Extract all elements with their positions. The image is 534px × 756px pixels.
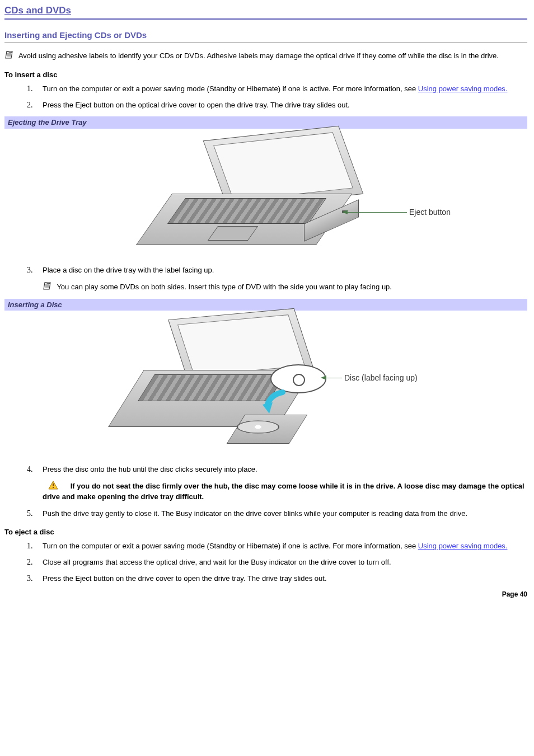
- eject-steps: Turn on the computer or exit a power sav…: [4, 541, 527, 584]
- figure2-illustration: Disc (label facing up): [109, 314, 423, 454]
- insert-step-5-text: Push the drive tray gently to close it. …: [43, 509, 467, 518]
- eject-step-1: Turn on the computer or exit a power sav…: [35, 541, 527, 552]
- figure1-label: Eject button: [409, 207, 451, 218]
- eject-heading: To eject a disc: [4, 527, 527, 537]
- power-saving-link[interactable]: Using power saving modes.: [418, 84, 508, 93]
- insert-heading: To insert a disc: [4, 70, 527, 80]
- note-icon: [43, 281, 54, 293]
- eject-step-2: Close all programs that access the optic…: [35, 557, 527, 568]
- page-footer: Page 40: [4, 590, 527, 599]
- title-rule: [4, 18, 527, 20]
- insert-step-4: Press the disc onto the hub until the di…: [35, 464, 527, 502]
- insert-step-4-text: Press the disc onto the hub until the di…: [43, 465, 257, 473]
- figure2: Disc (label facing up): [4, 311, 527, 464]
- insert-step-3-note: You can play some DVDs on both sides. In…: [43, 281, 527, 293]
- insert-step-1-text: Turn on the computer or exit a power sav…: [43, 84, 418, 93]
- insert-steps: Turn on the computer or exit a power sav…: [4, 84, 527, 111]
- page-title: CDs and DVDs: [4, 4, 527, 17]
- insert-step-3-note-text: You can play some DVDs on both sides. In…: [57, 283, 392, 291]
- note-adhesive-text: Avoid using adhesive labels to identify …: [18, 51, 499, 60]
- insert-step-3-text: Place a disc on the drive tray with the …: [43, 266, 214, 274]
- section-rule: [4, 42, 527, 43]
- insert-step-5: Push the drive tray gently to close it. …: [35, 509, 527, 519]
- insert-step-1: Turn on the computer or exit a power sav…: [35, 84, 527, 95]
- insert-steps-cont2: Press the disc onto the hub until the di…: [4, 464, 527, 519]
- insert-steps-cont: Place a disc on the drive tray with the …: [4, 265, 527, 293]
- note-adhesive: Avoid using adhesive labels to identify …: [4, 50, 527, 62]
- figure2-label: Disc (label facing up): [344, 373, 418, 383]
- insert-step-2-text: Press the Eject button on the optical dr…: [43, 101, 350, 109]
- eject-step-3: Press the Eject button on the drive cove…: [35, 574, 527, 584]
- eject-step-3-text: Press the Eject button on the drive cove…: [43, 574, 327, 583]
- svg-rect-9: [53, 487, 54, 488]
- eject-step-2-text: Close all programs that access the optic…: [43, 558, 391, 566]
- warning-icon: [48, 481, 58, 492]
- insert-step-3: Place a disc on the drive tray with the …: [35, 265, 527, 293]
- eject-step-1-text: Turn on the computer or exit a power sav…: [43, 542, 418, 550]
- figure2-caption: Inserting a Disc: [4, 299, 527, 311]
- note-icon: [4, 50, 16, 62]
- power-saving-link[interactable]: Using power saving modes.: [418, 542, 508, 550]
- insert-step-4-warning: If you do not seat the disc firmly over …: [43, 481, 527, 502]
- svg-marker-6: [263, 402, 273, 414]
- insert-arrow-icon: [260, 389, 288, 417]
- section-title: Inserting and Ejecting CDs or DVDs: [4, 30, 527, 41]
- figure1-illustration: Eject button: [120, 132, 411, 255]
- svg-rect-8: [53, 483, 54, 486]
- figure1: Eject button: [4, 129, 527, 266]
- insert-step-4-warning-text: If you do not seat the disc firmly over …: [43, 481, 524, 501]
- figure1-caption: Ejecting the Drive Tray: [4, 116, 527, 129]
- insert-step-2: Press the Eject button on the optical dr…: [35, 100, 527, 111]
